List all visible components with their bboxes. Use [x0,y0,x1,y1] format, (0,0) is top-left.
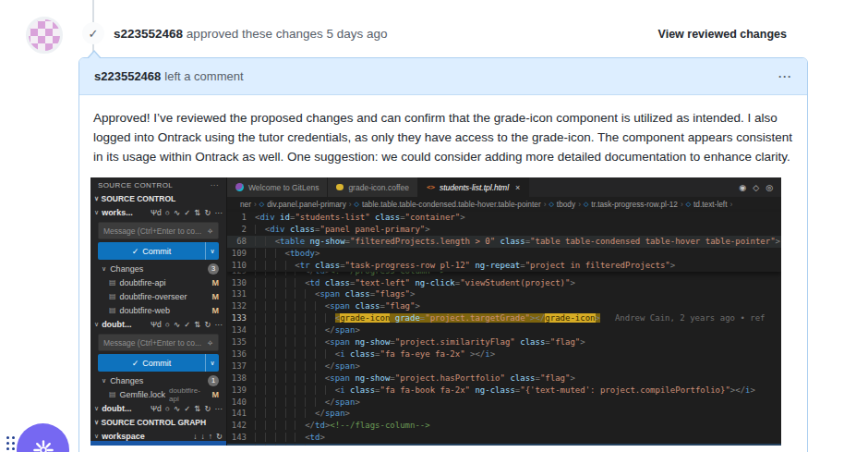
next-change-icon[interactable]: ◎ [766,183,773,192]
branch-create-icon[interactable]: ⇅ [194,208,200,217]
code-token [255,272,305,275]
code-token: </ [305,421,315,430]
code-view[interactable]: 129 </td><!--/progress-column-->130 <td … [227,272,781,446]
pull-icon[interactable]: ↓ [193,432,197,441]
drag-handle-icon[interactable] [6,436,15,450]
graph-icon[interactable]: ∿ [174,320,180,329]
refresh-icon[interactable]: ↻ [204,404,211,413]
code-line[interactable]: 140 </span> [227,397,781,409]
branch-create-icon[interactable]: ⇅ [194,404,200,413]
more-actions-icon[interactable]: ··· [215,320,223,329]
code-line[interactable]: 136 <i class="fa fa-eye fa-2x" ></i> [227,348,781,360]
commit-icon[interactable]: ○ [165,320,170,329]
code-line[interactable]: 139 <i class="fa fa-book fa-2x" ng-class… [227,385,781,397]
code-line[interactable]: 109 <tbody> [227,248,781,260]
branch-icon[interactable]: Ψd [151,320,162,329]
tab-students-list[interactable]: <> students-list.tpl.html × [418,177,529,197]
code-line[interactable]: 133 <grade-icon grade="project.targetGra… [227,312,781,324]
code-text: <tr class="task-progress-row pl-12" ng-r… [255,260,781,272]
breadcrumb-item[interactable]: td.text-left [693,200,727,209]
code-line[interactable]: 130 <td class="text-left" ng-click="view… [227,277,781,289]
branch-icon[interactable]: Ψd [151,404,162,413]
code-line[interactable]: 134 </span> [227,324,781,336]
code-line[interactable]: 1<div id="students-list" class="containe… [227,212,781,224]
commit-icon[interactable]: ○ [165,208,170,217]
push-icon[interactable]: ↑ [209,432,212,441]
refresh-icon[interactable]: ↻ [204,320,211,329]
code-line[interactable]: 138 <span ng-show="project.hasPortfolio"… [227,373,781,385]
breadcrumb-item[interactable]: ner [240,200,251,209]
more-actions-icon[interactable]: ··· [211,181,219,189]
commit-button[interactable]: ✓ Commit ∨ [98,354,219,372]
changes-row[interactable]: ∨ Changes 3 [90,262,226,275]
code-line[interactable]: 142 </td><!--/flags-column--> [227,420,781,432]
code-token: > [460,213,464,222]
vscode-screenshot[interactable]: SOURCE CONTROL ··· ∨ SOURCE CONTROL ∨ wo… [90,177,781,446]
commit-icon[interactable]: ○ [165,404,170,413]
section-source-control[interactable]: ∨ SOURCE CONTROL [90,192,226,205]
breadcrumb-item[interactable]: table.table.table-condensed.table-hover.… [362,200,541,209]
code-line[interactable]: 68 <table ng-show="filteredProjects.leng… [227,236,781,248]
more-actions-icon[interactable]: ··· [215,404,223,413]
avatar[interactable] [26,17,63,54]
approval-time[interactable]: 5 days ago [327,27,388,41]
symbol-icon: ◇ [259,201,264,208]
code-line[interactable]: 141 </span> [227,408,781,420]
breadcrumb-item[interactable]: tbody [557,200,575,209]
code-line[interactable]: 144 <student-campus-select [unit]="unit"… [227,444,781,446]
close-icon[interactable]: × [515,183,520,192]
code-line[interactable]: 2 <div class="panel panel-primary"> [227,224,781,236]
graph-icon[interactable]: ∿ [174,404,180,413]
sparkle-icon[interactable]: ✧ [207,226,213,236]
kebab-menu-icon[interactable]: ··· [778,70,792,83]
section-source-control-graph[interactable]: ∨ SOURCE CONTROL GRAPH [90,416,226,429]
code-line[interactable]: 143 <td> [227,432,781,444]
sparkle-icon[interactable]: ✧ [207,338,213,348]
approval-username[interactable]: s223552468 [114,27,183,41]
breadcrumb[interactable]: ner›◇div.panel.panel-primary›◇table.tabl… [227,197,781,212]
code-line[interactable]: 110 <tr class="task-progress-row pl-12" … [227,260,781,272]
approval-text: s223552468 approved these changes 5 days… [114,27,388,41]
file-row[interactable]: ▤ doubtfire-api M [90,275,226,289]
comment-username[interactable]: s223552468 [94,69,161,83]
prev-change-icon[interactable]: ◉ [739,183,746,192]
code-line[interactable]: 137 </span> [227,360,781,373]
tab-grade-icon-coffee[interactable]: grade-icon.coffee [328,177,418,197]
repo-row-workspace[interactable]: ∨ works... Ψd ○ ∿ ✓ ⇅ ↻ ··· [90,205,226,220]
commit-check-icon[interactable]: ✓ [184,404,190,413]
fetch-icon[interactable]: ↓ [200,432,204,441]
branch-icon[interactable]: Ψd [151,208,162,217]
code-token [255,397,325,407]
graph-icon[interactable]: ∿ [174,208,180,217]
refresh-icon[interactable]: ↻ [216,432,223,441]
code-text: <td> [255,432,781,444]
commit-dropdown[interactable]: ∨ [205,354,219,372]
refresh-icon[interactable]: ↻ [204,208,211,217]
commit-button[interactable]: ✓ Commit ∨ [98,242,219,260]
accessibility-widget-button[interactable] [17,423,69,452]
view-reviewed-changes-link[interactable]: View reviewed changes [658,28,787,41]
repo-row-doubtfire-2[interactable]: ∨ doubt... Ψd ○ ∿ ✓ ⇅ ↻ ··· [90,401,226,416]
file-row[interactable]: ▤ doubtfire-overseer M [90,289,226,303]
commit-check-icon[interactable]: ✓ [184,320,190,329]
commit-dropdown[interactable]: ∨ [205,242,219,260]
commit-message-input[interactable]: Message (Ctrl+Enter to co... ✧ [98,222,219,239]
code-token: "panel panel-primary" [319,225,425,234]
branch-create-icon[interactable]: ⇅ [194,320,200,329]
tab-welcome-gitlens[interactable]: Welcome to GitLens [227,177,328,197]
code-line[interactable]: 132 <span class="flag"> [227,300,781,312]
graph-selected-row[interactable] [90,441,226,446]
file-row[interactable]: ▤ doubtfire-web M [90,303,226,317]
more-actions-icon[interactable]: ··· [215,208,223,217]
code-text: <td class="text-left" ng-click="viewStud… [255,277,781,289]
repo-row-doubtfire[interactable]: ∨ doubt... Ψd ○ ∿ ✓ ⇅ ↻ ··· [90,317,226,332]
commit-check-icon[interactable]: ✓ [184,208,190,217]
file-row[interactable]: ▤ Gemfile.lock doubtfire-api M [90,387,226,401]
breadcrumb-item[interactable]: tr.task-progress-row.pl-12 [591,200,678,209]
commit-message-input[interactable]: Message (Ctrl+Enter to co... ✧ [98,334,219,351]
compare-icon[interactable]: ◇ [753,183,759,192]
breadcrumb-item[interactable]: div.panel.panel-primary [267,200,346,209]
code-line[interactable]: 135 <span ng-show="project.similarityFla… [227,336,781,348]
sticky-scroll: 1<div id="students-list" class="containe… [227,212,781,271]
code-line[interactable]: 131 <span class="flags"> [227,288,781,300]
